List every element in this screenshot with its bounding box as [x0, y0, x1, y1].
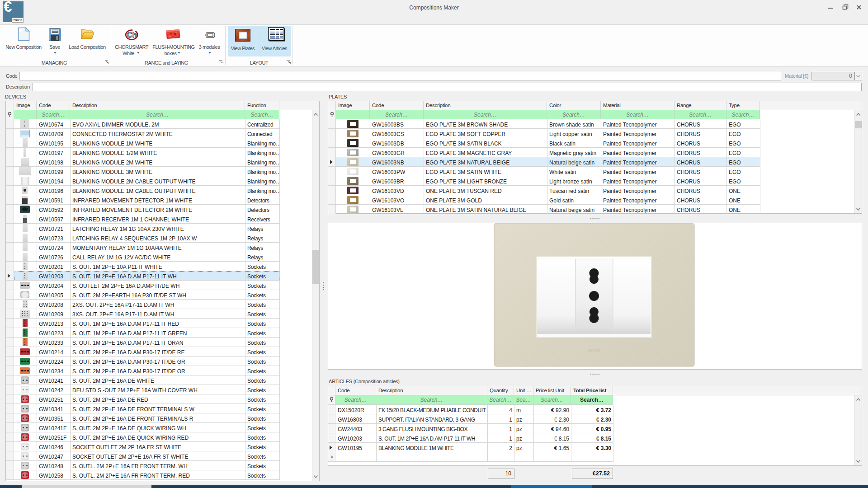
- svg-text:gewiss: gewiss: [588, 348, 600, 352]
- svg-text:Ch: Ch: [127, 31, 137, 39]
